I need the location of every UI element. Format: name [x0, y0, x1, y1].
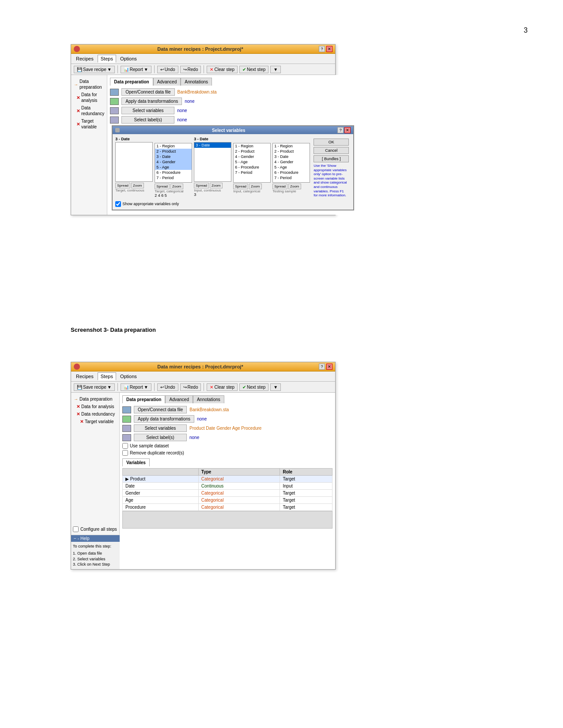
show-vars-checkbox-label[interactable]: Show appropriate variables only [115, 201, 179, 207]
w2-clear-step-button[interactable]: ✕Clear step [207, 383, 238, 391]
table-row-product[interactable]: ▶ Product Categorical Target [123, 476, 333, 483]
col4-zoom-btn[interactable]: Zoom [288, 184, 301, 189]
col2-item-0[interactable]: 3 - Date [194, 143, 231, 148]
col4-item-6[interactable]: 7 - Period [273, 175, 310, 180]
remove-duplicate-label[interactable]: Remove duplicate record(s) [122, 450, 333, 456]
w2-tab-advanced[interactable]: Advanced [165, 395, 193, 403]
w2-menubar-recipes[interactable]: Recipes [73, 372, 97, 380]
configure-checkbox[interactable] [73, 526, 79, 532]
dialog-close-btn[interactable]: ✕ [344, 127, 351, 133]
col4-spread-btn[interactable]: Spread [272, 184, 287, 189]
w2-report-button[interactable]: 📊Report▼ [121, 383, 151, 391]
next-step-button[interactable]: ✔Next step [239, 66, 268, 73]
w2-save-recipe-button[interactable]: 💾Save recipe▼ [74, 383, 115, 391]
col1-item-3[interactable]: 4 - Gender [155, 159, 192, 165]
window1-help-btn[interactable]: ? [319, 46, 325, 52]
w2-apply-transforms-button[interactable]: Apply data transformations [134, 415, 194, 423]
col0-spread-btn[interactable]: Spread [115, 183, 130, 188]
col1-item-4[interactable]: 5 - Age [155, 165, 192, 170]
w2-open-data-button[interactable]: Open/Connect data file [134, 406, 187, 413]
dialog-bundles-button[interactable]: [ Bundles ] [314, 155, 349, 162]
col3-item-3[interactable]: 5 - Age [234, 159, 270, 165]
col4-item-2[interactable]: 3 - Date [273, 154, 310, 159]
menubar-options[interactable]: Options [117, 55, 140, 63]
w2-sidebar-target-variable[interactable]: ✕ Target variable [73, 418, 117, 425]
col2-zoom-btn[interactable]: Zoom [210, 183, 222, 188]
window1-controls[interactable]: ? ✕ [319, 46, 333, 52]
col3-item-4[interactable]: 6 - Procedure [234, 165, 270, 170]
col3-spread-btn[interactable]: Spread [233, 184, 248, 189]
col4-item-0[interactable]: 1 - Region [273, 143, 310, 149]
w2-select-variables-button[interactable]: Select variables [134, 424, 187, 432]
table-row-age[interactable]: Age Categorical Target [123, 497, 333, 504]
variables-tab[interactable]: Variables [122, 458, 150, 466]
col1-item-1[interactable]: 2 - Product [155, 149, 192, 154]
window2-help-btn[interactable]: ? [319, 364, 325, 370]
window2-controls[interactable]: ? ✕ [319, 364, 333, 370]
col1-item-0[interactable]: 1 - Region [155, 143, 192, 149]
col3-list[interactable]: 1 - Region 2 - Product 4 - Gender 5 - Ag… [233, 143, 271, 183]
w2-help-header[interactable]: − - Help [71, 535, 120, 542]
menubar-steps[interactable]: Steps [98, 55, 116, 63]
tab-advanced[interactable]: Advanced [153, 78, 181, 86]
dialog-ok-button[interactable]: OK [314, 139, 349, 146]
tab-annotations[interactable]: Annotations [181, 78, 212, 86]
apply-transforms-button[interactable]: Apply data transformations [121, 98, 182, 105]
sidebar-target-variable[interactable]: ✕ Target variable [73, 117, 105, 131]
col4-item-5[interactable]: 6 - Procedure [273, 170, 310, 175]
show-vars-checkbox[interactable] [115, 201, 121, 207]
col1-zoom-btn[interactable]: Zoom [170, 184, 183, 189]
report-button[interactable]: 📊Report▼ [121, 66, 151, 73]
col1-item-2[interactable]: 3 - Date [155, 154, 192, 159]
use-sample-label[interactable]: Use sample dataset [122, 443, 333, 449]
col4-list[interactable]: 1 - Region 2 - Product 3 - Date 4 - Gend… [272, 143, 310, 183]
col1-item-6[interactable]: 7 - Period [155, 175, 192, 180]
select-labels-button[interactable]: Select label(s) [121, 116, 174, 124]
window2-close-btn[interactable]: ✕ [326, 364, 333, 370]
clear-step-button[interactable]: ✕Clear step [207, 66, 238, 73]
col0-list[interactable] [115, 142, 153, 182]
w2-sidebar-data-preparation[interactable]: → Data preparation [73, 395, 117, 403]
col3-item-2[interactable]: 4 - Gender [234, 154, 270, 159]
w2-select-labels-button[interactable]: Select label(s) [134, 434, 187, 441]
open-data-button[interactable]: Open/Connect data file [121, 88, 174, 96]
col2-list[interactable]: 3 - Date [194, 142, 231, 182]
col4-item-3[interactable]: 4 - Gender [273, 159, 310, 165]
col4-item-4[interactable]: 5 - Age [273, 165, 310, 170]
w2-tab-annotations[interactable]: Annotations [193, 395, 224, 403]
w2-tab-data-preparation[interactable]: Data preparation [122, 395, 165, 403]
w2-next-step-button[interactable]: ✔Next step [239, 383, 268, 391]
col3-item-0[interactable]: 1 - Region [234, 143, 270, 149]
sidebar-data-redundancy[interactable]: ✕ Data redundancy [73, 104, 105, 117]
col1-item-5[interactable]: 6 - Procedure [155, 170, 192, 175]
sidebar-data-preparation[interactable]: → Data preparation [73, 78, 105, 91]
use-sample-checkbox[interactable] [122, 443, 128, 449]
sidebar-data-analysis[interactable]: ✕ Data for analysis [73, 91, 105, 104]
next-step-arrow[interactable]: ▼ [270, 66, 281, 73]
w2-sidebar-data-redundancy[interactable]: ✕ Data redundancy [73, 410, 117, 418]
table-row-procedure[interactable]: Procedure Categorical Target [123, 504, 333, 511]
remove-duplicate-checkbox[interactable] [122, 450, 128, 456]
col0-zoom-btn[interactable]: Zoom [131, 183, 144, 188]
select-variables-button[interactable]: Select variables [121, 107, 174, 114]
col3-item-5[interactable]: 7 - Period [234, 170, 270, 175]
col1-list[interactable]: 1 - Region 2 - Product 3 - Date 4 - Gend… [155, 143, 192, 183]
dialog-cancel-button[interactable]: Cancel [314, 147, 349, 154]
w2-redo-button[interactable]: ↪Redo [180, 383, 201, 391]
redo-button[interactable]: ↪Redo [180, 66, 201, 73]
w2-menubar-options[interactable]: Options [117, 372, 140, 380]
menubar-recipes[interactable]: Recipes [73, 55, 97, 63]
col4-item-1[interactable]: 2 - Product [273, 149, 310, 154]
tab-data-preparation[interactable]: Data preparation [110, 78, 153, 86]
col3-zoom-btn[interactable]: Zoom [249, 184, 261, 189]
col3-item-1[interactable]: 2 - Product [234, 149, 270, 154]
table-row-date[interactable]: Date Continuous Input [123, 483, 333, 490]
w2-next-step-arrow[interactable]: ▼ [270, 383, 281, 391]
undo-button[interactable]: ↩Undo [157, 66, 178, 73]
table-row-gender[interactable]: Gender Categorical Target [123, 490, 333, 497]
save-recipe-button[interactable]: 💾Save recipe▼ [74, 66, 115, 73]
window1-close-btn[interactable]: ✕ [326, 46, 333, 52]
w2-undo-button[interactable]: ↩Undo [157, 383, 178, 391]
w2-menubar-steps[interactable]: Steps [98, 372, 116, 380]
dialog-help-btn[interactable]: ? [337, 127, 344, 133]
